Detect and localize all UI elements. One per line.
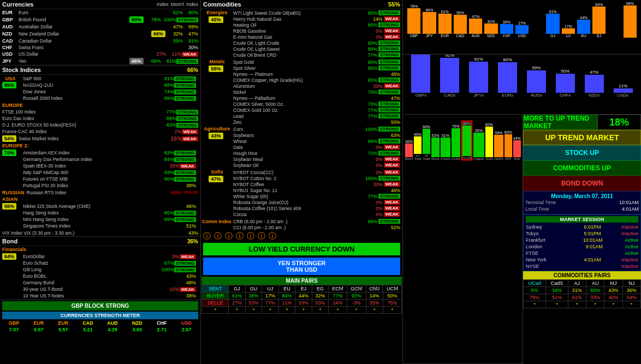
cp-star-1: * [546, 301, 568, 308]
softs-items: NYBOT Cocoa(CC)0%WEAK NYBOT Cotton No. 2… [232, 169, 401, 217]
bond-germany-bund: Germany Bund48% [21, 279, 198, 286]
comm-pairs-table: UCad CadS AJ AU MJ NJ 5% 34% 31% 60% [523, 279, 641, 308]
top-bar-item-2: 61%EUR [438, 10, 452, 38]
alert-icons-row: ⓘ ⓘ ⓘ ⓘ ⓘ ⓘ ⓘ [201, 231, 402, 242]
pairs-header-sent: SENT [202, 285, 229, 293]
currency-code-usd: USD [2, 51, 19, 57]
pairs-seller-label: SELLE [202, 300, 229, 307]
pairs-star-9: * [366, 307, 383, 314]
pairs-buyer-ej: 44% [295, 293, 312, 300]
mid-bar-item-2: 81%JPYx [465, 57, 492, 98]
soybean-oil: Soybean Oil0%WEAK [232, 162, 401, 168]
market-session-box: MARKET SESSION Sydney 6:01PM Inactive To… [523, 214, 641, 271]
pairs-buyer-row: BUYER 61% 38% 17% 84% 44% 32% 77% 93% 14… [202, 293, 402, 300]
bottom-right: 36%Bond46%Lo Yield66%Hi Yield52%Stock51%… [403, 115, 641, 364]
alert-icon-7: ⓘ [269, 231, 276, 241]
cp-seller-nj: 54% [622, 294, 640, 301]
bond-items: EuroDollar0%WEAK Euro Schatz67%STRONG Gi… [21, 253, 198, 299]
str-val-eur2: 5.57 [51, 327, 75, 332]
up-trend-market-label: UP TREND MARKET [523, 130, 641, 145]
date-time-box: Monday, March 07, 2011 Terminal Time 10:… [523, 191, 641, 214]
pairs-buyer-chfj: 14% [366, 293, 383, 300]
third-bar-item-5: 76%Comd [452, 124, 460, 160]
energies-items: WTI Light Sweet Crude Oil(wBS)80%STRONG … [232, 10, 401, 58]
europe-label: EUROPE [0, 102, 200, 109]
currency-row-chf: CHF Swiss Franc 30% [0, 44, 200, 51]
pairs-star-row: * * * * * * * * * * * [202, 307, 402, 314]
currency-name-cad: Canadian Dollar [19, 38, 168, 44]
third-bar-item-4: 51%Comm [441, 134, 450, 160]
index-portugal: Portugal PSI 20 Index38% [21, 182, 198, 189]
usd-weak: WEAK [182, 52, 198, 57]
col-index2: Index [186, 2, 198, 7]
currency-code-nzd: NZD [2, 31, 19, 37]
pairs-header-eu: EU [278, 285, 295, 293]
lead: Lead77%STRONG [232, 113, 401, 119]
cad-v1: 59% [168, 38, 183, 44]
cp-star-4: * [604, 301, 622, 308]
cp-seller-ucad: 79% [524, 294, 546, 301]
comm-index-label-col: Comm Index [202, 218, 232, 224]
pairs-header-chfj: ChfJ [366, 285, 383, 293]
currency-code-jpy: JPY [2, 58, 19, 64]
str-val-eur1: 5.57 [27, 327, 50, 332]
softs-badge-col: Softs 47% [202, 169, 232, 182]
third-bar-chart-area: 36%Bond46%Lo Yield66%Hi Yield52%Stock51%… [403, 115, 523, 364]
pairs-seller-eu: 11% [278, 300, 295, 307]
wheat: Wheat66%STRONG [232, 138, 401, 144]
local-time-val: 4:01AM [622, 206, 639, 212]
pairs-seller-row: SELLE 27% 53% 77% 11% 53% 53% 14% -3% 35… [202, 300, 402, 307]
nybot-cotton: NYBOT Cotton No. 2100%STRONG [232, 175, 401, 181]
top-bar-item-10: 17%UJ [562, 25, 575, 38]
index-ftse-mib: Futures on FTSE MIB90%STRONG [21, 176, 198, 182]
soybeans: Soybeans63% [232, 132, 401, 138]
softs-label: Softs [211, 169, 223, 175]
pairs-star-10: * [383, 307, 401, 314]
comex-gold: COMEX Gold 100 Oz.77%STRONG [232, 107, 401, 113]
pairs-header-row: SENT GJ GU UJ EU EJ EG EChf GChf ChfJ UC… [202, 285, 402, 293]
eur-v1: 61% [168, 10, 183, 15]
badge-56: 56% [2, 203, 16, 210]
comex-silver: COMEX Silver, 5000 Oz.73%STRONG [232, 101, 401, 107]
bond-pct: 36% [187, 238, 198, 244]
metals-items: Spot Gold80%STRONG Spot Silver85%STRONG … [232, 59, 401, 125]
pairs-buyer-gu: 38% [245, 293, 262, 300]
index-hangseng: Hang Seng Index65%STRONG [21, 210, 198, 216]
cp-star-2: * [568, 301, 586, 308]
index-nasdaq: NASDAQ-1UU88%STRONG [21, 82, 198, 88]
mid-bar-item-3: 80%EURx [494, 57, 521, 98]
bond-section: Bond 36% Financials 64% EuroDollar0%WEAK… [0, 237, 200, 300]
currencies-section: Currencies Index Mom't Index EUR Euro 61… [0, 0, 200, 65]
pairs-header-echf: EChf [329, 285, 347, 293]
top-bar-row: 78%GBP66%JPY61%EUR59%CAD47%AUD32%NZD30%C… [405, 2, 639, 38]
pairs-star-8: * [347, 307, 366, 314]
pairs-star-3: * [262, 307, 279, 314]
cp-hdr-au: AU [586, 280, 604, 287]
spot-gold: Spot Gold80%STRONG [232, 59, 401, 65]
strength-headers: GBP EUR EUR CAD AUD NZD CHF USD [0, 320, 200, 326]
cp-buyer-mj: 43% [604, 287, 622, 294]
alert-icon-1: ⓘ [203, 231, 211, 241]
energies-label: Energies [206, 10, 227, 15]
gbp-block: GBP BLOCK STRONG [2, 301, 198, 311]
strength-meter-title: CURRENCIES STRENGTH METER [2, 312, 198, 319]
metals-pct: 58% [209, 65, 223, 72]
zinc: Zinc50% [232, 119, 401, 125]
session-tokyo: Tokyo 5:01PM Inactive [526, 230, 638, 237]
bond-10yr: 10 Year US T-Notes38% [21, 293, 198, 299]
comm-index-items: CRB (8.00 pm - 2.00 am .)65%STRONG CCI (… [232, 218, 401, 230]
cp-seller-au: 33% [586, 294, 604, 301]
stock-header: Stock Indices 66% [0, 65, 200, 75]
index-spain: Spain IBEX-35 Index35%WEAK [21, 163, 198, 169]
str-hdr-usd: USD [175, 320, 198, 326]
third-bar-item-10: 60%APP [505, 130, 512, 160]
asian-items: Nikkei 225 Stock Average (CME)46% Hang S… [21, 203, 198, 229]
main-container: Currencies Index Mom't Index EUR Euro 61… [0, 0, 641, 364]
cp-hdr-nj: NJ [622, 280, 640, 287]
pairs-buyer-eg: 32% [312, 293, 329, 300]
index-djeuro: D.J. EURO STOXX 50 Index(FESX)83%STRONG [0, 122, 200, 128]
terminal-time-row: Terminal Time 10:01AM [525, 199, 639, 206]
comm-pairs-title: COMMODITIES PAIRS [523, 271, 641, 279]
nybu1-sugar: NYBU1 Sugar No. 1146% [232, 187, 401, 193]
pairs-star-1: * [229, 307, 246, 314]
